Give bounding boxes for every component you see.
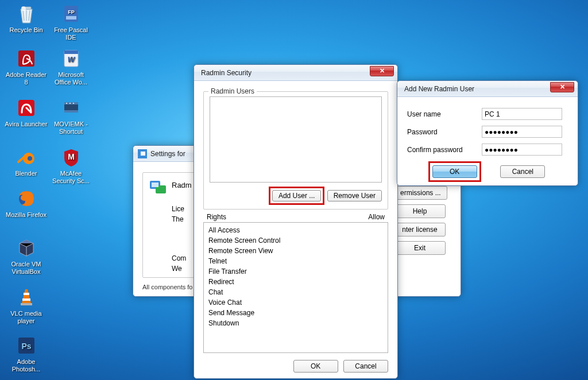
vlc-icon bbox=[15, 286, 38, 309]
security-title: Radmin Security bbox=[199, 69, 370, 77]
permissions-button[interactable]: ermissions ... bbox=[394, 186, 447, 200]
radmin-app-icon bbox=[149, 177, 167, 196]
svg-rect-9 bbox=[21, 303, 32, 305]
svg-text:Ps: Ps bbox=[21, 342, 31, 351]
desktop-icon-blender[interactable]: Blender bbox=[5, 146, 48, 177]
svg-text:M: M bbox=[68, 152, 75, 161]
right-item[interactable]: Chat bbox=[208, 287, 383, 297]
desktop-icon-moviemk[interactable]: MOVIEMK - Shortcut bbox=[49, 96, 92, 135]
security-cancel-button[interactable]: Cancel bbox=[343, 360, 388, 373]
right-item[interactable]: Remote Screen Control bbox=[208, 235, 383, 246]
radmin-security-window[interactable]: Radmin Security ✕ Radmin Users Add User … bbox=[194, 64, 398, 379]
rights-header-right: Allow bbox=[368, 213, 385, 221]
svg-rect-8 bbox=[22, 298, 30, 301]
svg-point-5 bbox=[28, 156, 32, 161]
desktop-icon-label: Blender bbox=[5, 170, 48, 177]
word-icon: W bbox=[60, 47, 83, 70]
virtualbox-icon bbox=[15, 236, 38, 259]
desktop-icon-label: Adobe Reader 8 bbox=[5, 71, 48, 86]
add-user-button[interactable]: Add User ... bbox=[272, 190, 321, 201]
desktop-icon-ms-word[interactable]: W Microsoft Office Wo... bbox=[49, 47, 92, 86]
desktop-icon-label: MOVIEMK - Shortcut bbox=[49, 121, 92, 135]
photoshop-icon: Ps bbox=[15, 334, 38, 357]
add-user-ok-button[interactable]: OK bbox=[432, 165, 477, 178]
help-button[interactable]: Help bbox=[394, 204, 446, 218]
add-user-window[interactable]: Add New Radmin User ✕ User name Password… bbox=[397, 80, 578, 186]
exit-button[interactable]: Exit bbox=[394, 241, 446, 255]
right-item[interactable]: Shutdown bbox=[208, 318, 383, 328]
svg-rect-14 bbox=[66, 16, 76, 20]
mcafee-icon: M bbox=[60, 146, 83, 169]
desktop-icon-label: Adobe Photosh... bbox=[5, 358, 48, 373]
remove-user-button[interactable]: Remove User bbox=[327, 190, 382, 201]
settings-app-icon bbox=[138, 149, 147, 158]
svg-point-22 bbox=[69, 103, 71, 104]
svg-rect-29 bbox=[152, 183, 158, 187]
users-listbox[interactable] bbox=[210, 96, 382, 183]
password-input[interactable] bbox=[482, 126, 562, 138]
close-icon[interactable]: ✕ bbox=[550, 82, 574, 92]
desktop-icon-label: Oracle VM VirtualBox bbox=[5, 261, 48, 276]
desktop-icon-label: Mozilla Firefox bbox=[5, 211, 48, 219]
radmin-users-legend: Radmin Users bbox=[208, 87, 257, 95]
close-icon[interactable]: ✕ bbox=[370, 66, 394, 76]
svg-rect-7 bbox=[24, 293, 29, 295]
adobe-reader-icon bbox=[15, 47, 38, 70]
add-user-title: Add New Radmin User bbox=[402, 85, 550, 93]
right-item[interactable]: File Transfer bbox=[208, 266, 383, 277]
security-titlebar[interactable]: Radmin Security ✕ bbox=[194, 65, 397, 81]
desktop-icon-vlc[interactable]: VLC media player bbox=[5, 286, 48, 325]
enter-license-button[interactable]: nter license bbox=[394, 223, 446, 236]
right-item[interactable]: All Access bbox=[208, 225, 383, 235]
password-label: Password bbox=[407, 128, 438, 136]
desktop-icon-virtualbox[interactable]: Oracle VM VirtualBox bbox=[5, 236, 48, 276]
username-label: User name bbox=[407, 110, 441, 118]
right-item[interactable]: Send Message bbox=[208, 308, 383, 318]
recycle-bin-icon bbox=[15, 2, 38, 25]
moviemk-icon bbox=[60, 96, 83, 119]
svg-point-1 bbox=[21, 6, 26, 11]
desktop-icon-mcafee[interactable]: M McAfee Security Sc... bbox=[49, 146, 92, 185]
desktop-icon-label: Microsoft Office Wo... bbox=[49, 71, 92, 86]
svg-rect-26 bbox=[141, 152, 145, 156]
rights-listbox[interactable]: All Access Remote Screen Control Remote … bbox=[203, 222, 388, 353]
free-pascal-icon: FP bbox=[60, 2, 83, 25]
blender-icon bbox=[15, 146, 38, 169]
firefox-icon bbox=[15, 187, 38, 210]
desktop-icon-adobe-reader[interactable]: Adobe Reader 8 bbox=[5, 47, 48, 86]
desktop-icon-label: Free Pascal IDE bbox=[49, 26, 92, 41]
radm-label: Radm bbox=[172, 177, 192, 196]
svg-text:FP: FP bbox=[68, 9, 75, 15]
avira-icon bbox=[15, 96, 38, 119]
svg-rect-20 bbox=[64, 110, 78, 113]
right-item[interactable]: Remote Screen View bbox=[208, 246, 383, 256]
svg-point-23 bbox=[73, 103, 74, 104]
desktop-icon-label: Avira Launcher bbox=[5, 121, 48, 128]
desktop-icon-free-pascal[interactable]: FP Free Pascal IDE bbox=[49, 2, 92, 41]
desktop-icon-avira[interactable]: Avira Launcher bbox=[5, 96, 48, 128]
username-input[interactable] bbox=[482, 108, 562, 120]
svg-point-21 bbox=[66, 103, 67, 104]
desktop-icon-label: VLC media player bbox=[5, 310, 48, 325]
desktop-icon-photoshop[interactable]: Ps Adobe Photosh... bbox=[5, 334, 48, 373]
confirm-password-input[interactable] bbox=[482, 144, 562, 156]
desktop-icon-label: Recycle Bin bbox=[5, 26, 48, 34]
add-user-titlebar[interactable]: Add New Radmin User ✕ bbox=[397, 81, 578, 97]
desktop-icon-firefox[interactable]: Mozilla Firefox bbox=[5, 187, 48, 219]
desktop-icon-label: McAfee Security Sc... bbox=[49, 170, 92, 185]
confirm-password-label: Confirm password bbox=[407, 146, 463, 154]
security-ok-button[interactable]: OK bbox=[293, 360, 338, 373]
right-item[interactable]: Telnet bbox=[208, 256, 383, 266]
svg-text:W: W bbox=[67, 55, 75, 64]
right-item[interactable]: Voice Chat bbox=[208, 297, 383, 308]
add-user-cancel-button[interactable]: Cancel bbox=[500, 165, 545, 178]
rights-header-left: Rights bbox=[207, 213, 226, 221]
right-item[interactable]: Redirect bbox=[208, 277, 383, 287]
svg-rect-16 bbox=[64, 51, 78, 54]
desktop-icon-recycle-bin[interactable]: Recycle Bin bbox=[5, 2, 48, 34]
